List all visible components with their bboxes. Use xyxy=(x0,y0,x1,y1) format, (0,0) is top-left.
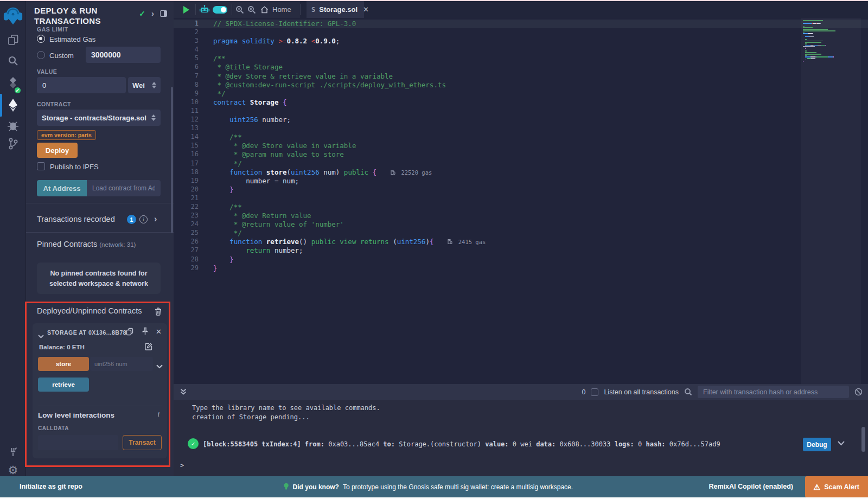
status-bar: Initialize as git repo Did you know? To … xyxy=(0,476,868,497)
updown-arrows-icon xyxy=(152,82,156,88)
tip-label: Did you know? xyxy=(293,483,339,491)
solidity-file-icon: S xyxy=(311,6,315,14)
search-icon[interactable] xyxy=(0,54,26,67)
home-tab-label: Home xyxy=(272,5,291,14)
debugger-icon[interactable] xyxy=(0,118,26,132)
copilot-toggle[interactable] xyxy=(213,6,227,14)
contract-select[interactable]: Storage - contracts/Storage.sol xyxy=(37,110,161,126)
scam-alert-button[interactable]: ⚠ Scam Alert xyxy=(805,476,868,497)
panel-forward-icon[interactable]: › xyxy=(151,9,154,18)
solidity-compiler-icon[interactable]: ✓ xyxy=(0,76,26,92)
copy-address-icon[interactable] xyxy=(126,328,133,338)
terminal-message: Type the library name to see available c… xyxy=(192,404,380,412)
zoom-in-icon[interactable] xyxy=(247,5,256,16)
main-area: Home S Storage.sol ✕ 1234567891011121314… xyxy=(174,1,868,476)
terminal-filter-input[interactable] xyxy=(698,386,849,398)
git-init-status[interactable]: Initialize as git repo xyxy=(20,483,82,490)
clear-console-icon[interactable] xyxy=(854,388,863,396)
deploy-run-icon[interactable] xyxy=(0,98,26,113)
settings-gear-icon[interactable]: ⚙ xyxy=(0,463,26,477)
value-unit-select[interactable]: Wei xyxy=(128,77,161,93)
pinned-empty-message: No pinned contracts found for selected w… xyxy=(37,263,161,294)
tab-close-icon[interactable]: ✕ xyxy=(363,5,369,14)
remove-contract-icon[interactable]: ✕ xyxy=(156,328,162,336)
low-level-info-icon[interactable]: i xyxy=(157,410,159,419)
estimated-gas-radio[interactable] xyxy=(37,35,45,43)
custom-gas-radio[interactable] xyxy=(37,51,45,59)
transactions-recorded-label: Transactions recorded xyxy=(37,215,115,223)
git-icon[interactable] xyxy=(0,137,26,151)
deployed-contract-card: STORAGE AT 0X136...8B78 ✕ Balance: 0 ETH xyxy=(33,323,167,458)
low-level-interactions-label: Low level interactions xyxy=(38,411,114,419)
store-param-input[interactable] xyxy=(90,357,153,371)
retrieve-function-button[interactable]: retrieve xyxy=(38,378,89,392)
value-input[interactable] xyxy=(37,77,126,93)
pin-panel-icon[interactable] xyxy=(160,10,167,17)
transact-button[interactable]: Transact xyxy=(123,435,162,450)
tx-log-text[interactable]: [block:5583405 txIndex:4] from: 0xa03...… xyxy=(203,440,797,448)
panel-scrollbar[interactable] xyxy=(171,87,173,233)
listen-all-checkbox[interactable] xyxy=(591,388,598,396)
terminal-search-icon xyxy=(684,388,692,396)
terminal-scrollbar[interactable] xyxy=(861,427,865,452)
window-top-edge xyxy=(0,0,868,1)
collapse-contract-icon[interactable] xyxy=(38,331,44,341)
terminal-output[interactable]: Type the library name to see available c… xyxy=(174,400,868,476)
tx-success-icon: ✓ xyxy=(188,438,199,449)
terminal-expand-icon[interactable] xyxy=(180,387,187,397)
warning-icon: ⚠ xyxy=(814,483,821,491)
home-tab[interactable]: Home xyxy=(260,1,291,18)
transactions-expand-icon[interactable]: › xyxy=(154,214,157,224)
custom-gas-label: Custom xyxy=(49,52,74,60)
at-address-input[interactable] xyxy=(87,180,161,196)
code-editor[interactable]: 1234567891011121314151617181920212223242… xyxy=(174,18,868,384)
clear-deployed-trash-icon[interactable] xyxy=(155,308,162,318)
transactions-count-badge: 1 xyxy=(127,215,136,224)
deploy-run-panel: DEPLOY & RUN TRANSACTIONS ✓ › GAS LIMIT … xyxy=(26,1,174,476)
value-unit: Wei xyxy=(132,81,145,89)
value-label: VALUE xyxy=(37,68,57,75)
terminal-bar: 0 Listen on all transactions xyxy=(174,384,868,400)
custom-gas-input[interactable] xyxy=(86,47,161,63)
expand-params-icon[interactable] xyxy=(156,361,163,371)
contract-selected: Storage - contracts/Storage.sol xyxy=(42,114,146,122)
minimap-content xyxy=(801,18,861,62)
home-icon xyxy=(260,6,269,14)
did-you-know-tip: Did you know? To prototype using the Gno… xyxy=(284,483,573,491)
tip-text: To prototype using the Gnosis safe multi… xyxy=(343,483,573,491)
copilot-status[interactable]: RemixAI Copilot (enabled) xyxy=(709,483,793,490)
compile-success-badge: ✓ xyxy=(14,86,22,94)
file-explorer-icon[interactable] xyxy=(0,34,26,47)
at-address-button[interactable]: At Address xyxy=(37,180,87,196)
terminal-prompt[interactable]: > xyxy=(180,462,184,469)
run-script-play-icon[interactable] xyxy=(183,6,189,14)
pin-contract-icon[interactable] xyxy=(142,327,149,337)
evm-version-badge: evm version: paris xyxy=(37,130,96,140)
remix-logo-icon[interactable] xyxy=(0,5,26,26)
editor-minimap[interactable] xyxy=(801,18,861,384)
ai-copilot-robot-icon[interactable] xyxy=(200,5,209,16)
updown-arrows-icon xyxy=(151,114,156,121)
icon-rail: ✓ xyxy=(0,1,26,476)
transactions-info-icon[interactable]: i xyxy=(139,215,148,223)
pinned-empty-line2: selected workspace & network xyxy=(37,279,161,289)
contract-instance-label[interactable]: STORAGE AT 0X136...8B78 xyxy=(47,329,126,336)
edit-balance-icon[interactable] xyxy=(145,343,152,353)
zoom-out-icon[interactable] xyxy=(235,5,244,16)
terminal-tx-count: 0 xyxy=(582,388,585,396)
contract-label: CONTRACT xyxy=(37,101,71,107)
deployed-contracts-title: Deployed/Unpinned Contracts xyxy=(37,306,142,315)
scam-alert-label: Scam Alert xyxy=(824,483,859,491)
tx-log-expand-icon[interactable] xyxy=(838,440,845,447)
store-function-button[interactable]: store xyxy=(38,357,89,371)
tab-storage-sol[interactable]: S Storage.sol ✕ xyxy=(307,1,364,18)
plugin-manager-icon[interactable] xyxy=(0,445,26,459)
lightbulb-icon xyxy=(284,483,289,491)
panel-check-icon: ✓ xyxy=(139,9,145,18)
publish-ipfs-checkbox[interactable] xyxy=(37,162,45,170)
calldata-label: CALLDATA xyxy=(38,425,69,431)
deploy-button[interactable]: Deploy xyxy=(37,143,78,158)
debug-button[interactable]: Debug xyxy=(803,438,831,451)
calldata-input[interactable] xyxy=(38,435,118,450)
tab-label: Storage.sol xyxy=(319,5,358,14)
